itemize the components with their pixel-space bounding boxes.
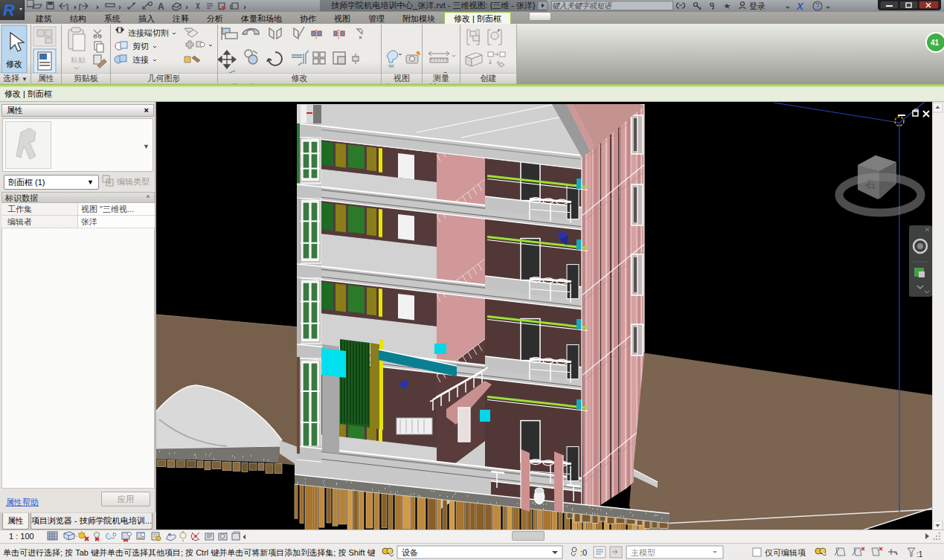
svg-text::0: :0 xyxy=(580,548,587,557)
svg-text:右: 右 xyxy=(865,178,876,190)
svg-text:仅可编辑项: 仅可编辑项 xyxy=(765,548,806,557)
svg-text:主模型: 主模型 xyxy=(631,548,655,557)
svg-text:R: R xyxy=(3,1,15,19)
svg-text:41: 41 xyxy=(931,39,940,47)
svg-text:剪切: 剪切 xyxy=(132,42,149,51)
svg-text:连接端切割: 连接端切割 xyxy=(128,28,169,37)
svg-text:修改: 修改 xyxy=(6,59,22,68)
svg-text:连接: 连接 xyxy=(132,55,149,64)
svg-text:A: A xyxy=(158,1,164,12)
svg-text:粘贴: 粘贴 xyxy=(71,56,86,64)
svg-text:登录: 登录 xyxy=(749,1,765,10)
svg-text:设备: 设备 xyxy=(402,548,418,557)
svg-text:X: X xyxy=(796,1,804,12)
svg-text::1: :1 xyxy=(916,550,923,559)
svg-text:?: ? xyxy=(815,2,820,10)
